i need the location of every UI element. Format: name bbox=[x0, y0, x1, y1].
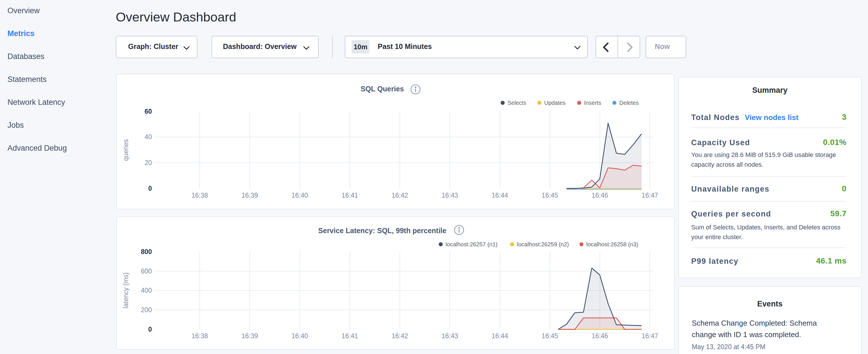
svg-text:16:47: 16:47 bbox=[642, 332, 658, 340]
svg-text:16:45: 16:45 bbox=[541, 332, 558, 340]
svg-text:16:41: 16:41 bbox=[342, 332, 358, 340]
svg-text:40: 40 bbox=[145, 133, 152, 141]
svg-text:16:44: 16:44 bbox=[492, 332, 508, 340]
svg-text:0: 0 bbox=[148, 326, 152, 333]
svg-text:16:46: 16:46 bbox=[592, 332, 608, 340]
svg-text:800: 800 bbox=[141, 248, 152, 255]
svg-text:Updates: Updates bbox=[544, 100, 566, 106]
svg-text:16:40: 16:40 bbox=[291, 332, 308, 340]
svg-text:Service Latency: SQL, 99th per: Service Latency: SQL, 99th percentile bbox=[318, 227, 446, 234]
svg-text:200: 200 bbox=[141, 306, 152, 314]
svg-text:0: 0 bbox=[148, 185, 152, 192]
svg-text:16:41: 16:41 bbox=[342, 192, 358, 199]
svg-text:localhost:26258 (n3): localhost:26258 (n3) bbox=[586, 241, 638, 248]
svg-text:16:45: 16:45 bbox=[541, 192, 558, 199]
svg-text:queries: queries bbox=[122, 139, 129, 161]
svg-text:Deletes: Deletes bbox=[619, 100, 639, 106]
svg-text:16:42: 16:42 bbox=[392, 332, 408, 340]
svg-text:16:38: 16:38 bbox=[191, 332, 208, 340]
svg-text:20: 20 bbox=[145, 159, 152, 166]
svg-text:SQL Queries: SQL Queries bbox=[361, 85, 404, 93]
svg-text:localhost:26257 (n1): localhost:26257 (n1) bbox=[445, 241, 497, 248]
svg-text:16:44: 16:44 bbox=[492, 192, 508, 199]
svg-text:60: 60 bbox=[145, 108, 152, 115]
svg-text:16:43: 16:43 bbox=[442, 332, 458, 340]
svg-text:16:39: 16:39 bbox=[242, 192, 258, 199]
svg-text:localhost:26259 (n2): localhost:26259 (n2) bbox=[517, 241, 569, 248]
svg-text:16:38: 16:38 bbox=[191, 192, 208, 199]
svg-text:16:43: 16:43 bbox=[442, 192, 458, 199]
svg-text:16:39: 16:39 bbox=[242, 332, 258, 340]
svg-text:16:47: 16:47 bbox=[642, 192, 658, 199]
svg-text:16:40: 16:40 bbox=[291, 192, 308, 199]
svg-text:600: 600 bbox=[141, 267, 152, 275]
svg-text:latency (ms): latency (ms) bbox=[122, 272, 129, 308]
svg-text:Inserts: Inserts bbox=[584, 100, 601, 106]
svg-text:16:42: 16:42 bbox=[392, 192, 408, 199]
svg-text:16:46: 16:46 bbox=[592, 192, 608, 199]
svg-text:400: 400 bbox=[141, 287, 152, 294]
svg-text:Selects: Selects bbox=[507, 100, 526, 106]
